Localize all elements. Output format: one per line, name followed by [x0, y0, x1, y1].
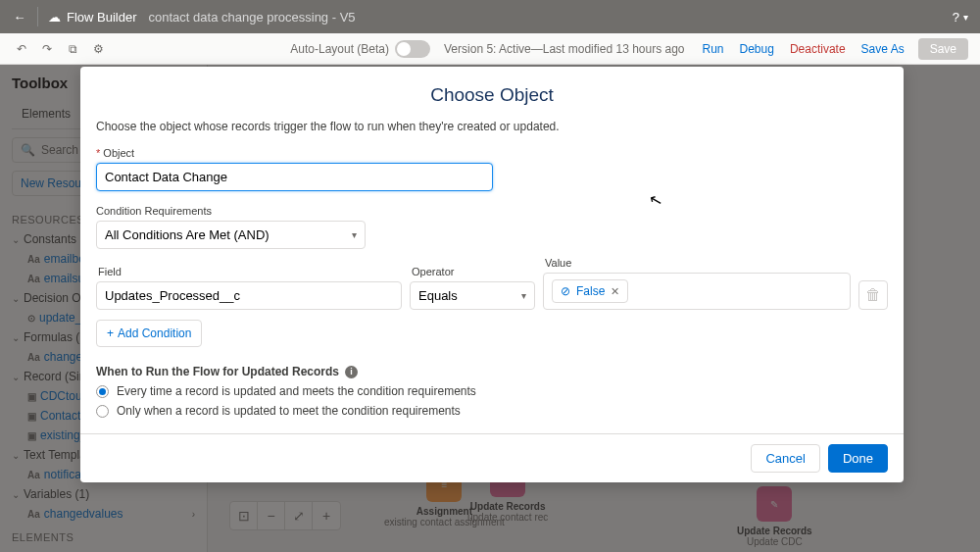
- cond-req-select[interactable]: All Conditions Are Met (AND) ▾: [96, 221, 366, 249]
- app-title: Flow Builder: [67, 10, 137, 25]
- debug-button[interactable]: Debug: [740, 42, 774, 56]
- globe-icon: ⊘: [561, 284, 570, 298]
- radio-icon: [96, 405, 109, 418]
- add-condition-button[interactable]: + Add Condition: [96, 320, 202, 347]
- version-status: Version 5: Active—Last modified 13 hours…: [444, 42, 684, 56]
- redo-icon[interactable]: ↷: [37, 39, 57, 59]
- toolbar: ↶ ↷ ⧉ ⚙ Auto-Layout (Beta) Version 5: Ac…: [0, 33, 980, 65]
- field-col-label: Field: [96, 266, 402, 277]
- object-label: Object: [96, 147, 888, 159]
- value-col-label: Value: [543, 257, 851, 269]
- app-header: ← ☁ Flow Builder contact data change pro…: [0, 0, 980, 33]
- choose-object-modal: Choose Object Choose the object whose re…: [80, 67, 904, 482]
- modal-description: Choose the object whose records trigger …: [80, 120, 904, 147]
- operator-select[interactable]: Equals ▾: [410, 281, 535, 310]
- deactivate-button[interactable]: Deactivate: [790, 42, 846, 56]
- chevron-down-icon[interactable]: ▾: [963, 12, 968, 23]
- trash-icon: 🗑: [865, 286, 881, 304]
- radio-only-when[interactable]: Only when a record is updated to meet th…: [96, 404, 888, 418]
- help-icon[interactable]: ?: [953, 10, 959, 25]
- copy-icon[interactable]: ⧉: [63, 39, 82, 59]
- chevron-down-icon: ▾: [352, 229, 357, 240]
- plus-icon: +: [107, 326, 114, 340]
- cancel-button[interactable]: Cancel: [751, 444, 819, 473]
- radio-icon: [96, 385, 109, 398]
- undo-icon[interactable]: ↶: [12, 39, 31, 59]
- operator-col-label: Operator: [410, 266, 535, 277]
- value-input[interactable]: ⊘ False ✕: [543, 273, 851, 310]
- value-pill[interactable]: ⊘ False ✕: [552, 279, 628, 303]
- save-as-button[interactable]: Save As: [861, 42, 905, 56]
- run-button[interactable]: Run: [703, 42, 724, 56]
- field-input[interactable]: Updates_Processed__c: [96, 281, 402, 310]
- when-to-run-heading: When to Run the Flow for Updated Records…: [96, 365, 888, 378]
- cond-req-label: Condition Requirements: [96, 205, 888, 217]
- done-button[interactable]: Done: [828, 444, 888, 473]
- settings-icon[interactable]: ⚙: [88, 39, 108, 59]
- radio-every-time[interactable]: Every time a record is updated and meets…: [96, 384, 888, 398]
- chevron-down-icon: ▾: [521, 290, 526, 301]
- flow-name[interactable]: contact data change processing - V5: [149, 10, 356, 25]
- auto-layout-toggle[interactable]: [395, 40, 430, 58]
- cloud-icon: ☁: [48, 10, 61, 25]
- save-button: Save: [918, 38, 968, 60]
- modal-footer: Cancel Done: [80, 433, 904, 482]
- object-input[interactable]: [96, 163, 493, 191]
- modal-title: Choose Object: [80, 67, 904, 120]
- remove-pill-icon[interactable]: ✕: [611, 285, 619, 298]
- auto-layout-label: Auto-Layout (Beta): [290, 42, 389, 56]
- delete-condition-button[interactable]: 🗑: [858, 280, 888, 310]
- condition-row: Field Updates_Processed__c Operator Equa…: [96, 257, 888, 310]
- info-icon[interactable]: i: [345, 366, 358, 378]
- back-arrow-icon[interactable]: ←: [12, 10, 27, 25]
- close-icon[interactable]: ✕: [883, 78, 900, 102]
